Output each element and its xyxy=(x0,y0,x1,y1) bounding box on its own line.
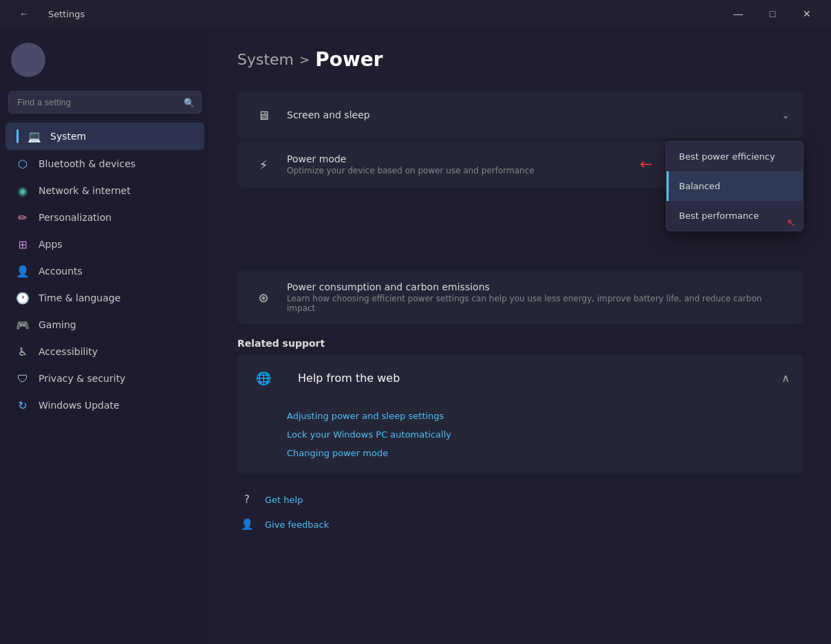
gaming-nav-label: Gaming xyxy=(39,319,76,330)
power-consumption-subtitle: Learn how choosing efficient power setti… xyxy=(287,294,790,313)
accounts-nav-label: Accounts xyxy=(39,266,83,277)
help-web-icon: 🌐 xyxy=(251,365,276,390)
dropdown-item-performance[interactable]: Best performance ↖ xyxy=(667,201,803,230)
power-mode-row[interactable]: ⚡ Power mode Optimize your device based … xyxy=(237,141,803,188)
sidebar-item-apps[interactable]: ⊞Apps xyxy=(6,231,204,257)
screen-sleep-title: Screen and sleep xyxy=(287,109,781,120)
support-link[interactable]: Changing power mode xyxy=(287,444,790,462)
main-content: System > Power 🖥 Screen and sleep ⌄ ⚡ Po… xyxy=(210,28,831,644)
network-nav-icon: ◉ xyxy=(17,184,29,197)
screen-sleep-chevron: ⌄ xyxy=(781,109,790,120)
personalization-nav-icon: ✏ xyxy=(17,211,29,224)
sidebar-item-time[interactable]: 🕐Time & language xyxy=(6,285,204,311)
breadcrumb-current: Power xyxy=(315,48,382,71)
screen-sleep-action: ⌄ xyxy=(781,109,790,120)
active-bar xyxy=(17,129,19,143)
maximize-button[interactable]: □ xyxy=(757,3,788,25)
privacy-nav-label: Privacy & security xyxy=(39,373,125,384)
privacy-nav-icon: 🛡 xyxy=(17,372,29,385)
sidebar: 🔍 💻System⬡Bluetooth & devices◉Network & … xyxy=(0,28,210,644)
back-button[interactable]: ← xyxy=(8,3,40,25)
gaming-nav-icon: 🎮 xyxy=(17,319,29,331)
close-button[interactable]: ✕ xyxy=(791,3,823,25)
sidebar-item-privacy[interactable]: 🛡Privacy & security xyxy=(6,365,204,391)
sidebar-item-accessibility[interactable]: ♿Accessibility xyxy=(6,339,204,365)
system-nav-icon: 💻 xyxy=(28,130,41,142)
support-link[interactable]: Adjusting power and sleep settings xyxy=(287,407,790,425)
give-feedback-link[interactable]: 👤 Give feedback xyxy=(237,515,803,534)
personalization-nav-label: Personalization xyxy=(39,212,111,223)
get-help-link[interactable]: ? Get help xyxy=(237,490,803,509)
breadcrumb-parent: System xyxy=(237,51,294,68)
apps-nav-icon: ⊞ xyxy=(17,238,29,250)
screen-sleep-row[interactable]: 🖥 Screen and sleep ⌄ xyxy=(237,92,803,138)
bluetooth-nav-icon: ⬡ xyxy=(17,158,29,170)
titlebar: ← Settings — □ ✕ xyxy=(0,0,831,28)
power-consumption-icon: ⊛ xyxy=(251,285,276,310)
power-consumption-text: Power consumption and carbon emissions L… xyxy=(287,281,790,313)
support-card: 🌐 Help from the web ∧ Adjusting power an… xyxy=(237,354,803,473)
get-help-icon: ? xyxy=(237,490,257,509)
nav-items: 💻System⬡Bluetooth & devices◉Network & in… xyxy=(0,122,210,644)
apps-nav-label: Apps xyxy=(39,239,63,250)
time-nav-label: Time & language xyxy=(39,292,120,303)
sidebar-item-system[interactable]: 💻System xyxy=(6,122,204,150)
accessibility-nav-icon: ♿ xyxy=(17,345,29,358)
window-controls: — □ ✕ xyxy=(722,3,823,25)
accounts-nav-icon: 👤 xyxy=(17,265,29,277)
help-web-chevron: ∧ xyxy=(781,372,790,385)
support-header[interactable]: 🌐 Help from the web ∧ xyxy=(237,354,803,401)
balanced-label: Balanced xyxy=(679,181,720,191)
give-feedback-label: Give feedback xyxy=(265,519,329,530)
sidebar-item-update[interactable]: ↻Windows Update xyxy=(6,392,204,418)
update-nav-icon: ↻ xyxy=(17,399,29,411)
sidebar-item-network[interactable]: ◉Network & internet xyxy=(6,178,204,204)
red-arrow-icon: ← xyxy=(640,156,652,173)
breadcrumb-chevron: > xyxy=(299,52,310,67)
avatar xyxy=(11,43,45,77)
sidebar-item-personalization[interactable]: ✏Personalization xyxy=(6,204,204,230)
sidebar-item-bluetooth[interactable]: ⬡Bluetooth & devices xyxy=(6,151,204,177)
efficiency-label: Best power efficiency xyxy=(679,151,775,162)
accessibility-nav-label: Accessibility xyxy=(39,346,98,357)
screen-sleep-text: Screen and sleep xyxy=(287,109,781,120)
sidebar-item-accounts[interactable]: 👤Accounts xyxy=(6,258,204,284)
bluetooth-nav-label: Bluetooth & devices xyxy=(39,158,136,169)
power-mode-dropdown[interactable]: Best power efficiency Balanced Best perf… xyxy=(666,141,803,231)
app-container: 🔍 💻System⬡Bluetooth & devices◉Network & … xyxy=(0,28,831,644)
sidebar-item-gaming[interactable]: 🎮Gaming xyxy=(6,312,204,338)
time-nav-icon: 🕐 xyxy=(17,292,29,304)
get-help-label: Get help xyxy=(265,495,303,505)
breadcrumb: System > Power xyxy=(237,48,803,71)
dropdown-item-efficiency[interactable]: Best power efficiency xyxy=(667,142,803,171)
dropdown-item-balanced[interactable]: Balanced xyxy=(667,171,803,201)
system-nav-label: System xyxy=(50,131,86,142)
support-link[interactable]: Lock your Windows PC automatically xyxy=(287,425,790,444)
user-profile xyxy=(0,34,210,91)
power-consumption-title: Power consumption and carbon emissions xyxy=(287,281,790,292)
search-icon: 🔍 xyxy=(184,97,195,107)
give-feedback-icon: 👤 xyxy=(237,515,257,534)
network-nav-label: Network & internet xyxy=(39,185,131,196)
cursor-icon: ↖ xyxy=(787,216,796,229)
footer-links: ? Get help 👤 Give feedback xyxy=(237,490,803,534)
support-links: Adjusting power and sleep settingsLock y… xyxy=(237,401,803,473)
support-header-left: 🌐 Help from the web xyxy=(251,365,400,390)
power-mode-icon: ⚡ xyxy=(251,152,276,177)
performance-label: Best performance xyxy=(679,211,759,221)
related-support-title: Related support xyxy=(237,338,803,349)
update-nav-label: Windows Update xyxy=(39,400,120,411)
power-consumption-row[interactable]: ⊛ Power consumption and carbon emissions… xyxy=(237,270,803,324)
arrow-annotation: ← xyxy=(640,156,652,173)
screen-sleep-icon: 🖥 xyxy=(251,103,276,127)
help-web-title: Help from the web xyxy=(298,372,400,385)
app-title: Settings xyxy=(48,9,85,19)
minimize-button[interactable]: — xyxy=(722,3,754,25)
titlebar-left: ← Settings xyxy=(8,3,85,25)
search-input[interactable] xyxy=(8,91,202,114)
search-box: 🔍 xyxy=(8,91,202,114)
